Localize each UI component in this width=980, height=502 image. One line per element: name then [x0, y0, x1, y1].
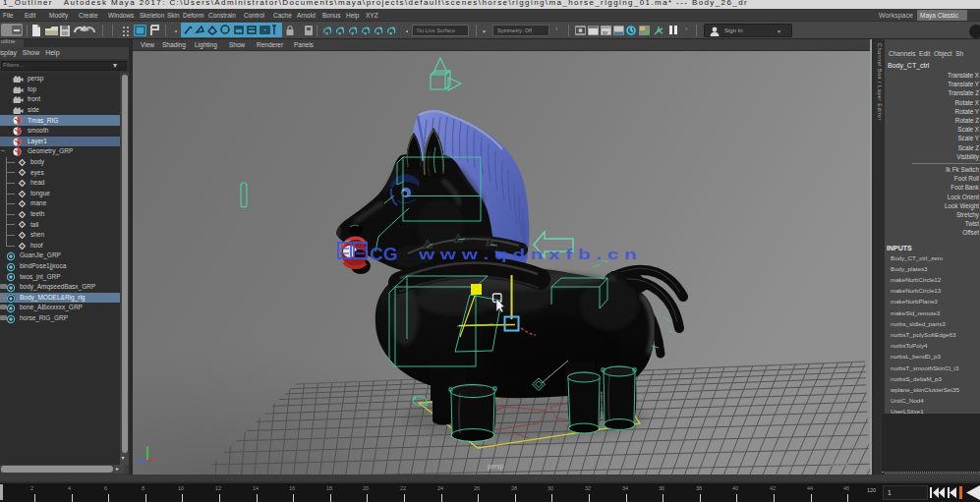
svg-text:persp: persp	[488, 463, 504, 471]
svg-text:w w w . q d n x f b . c n: w w w . q d n x f b . c n	[418, 246, 637, 262]
svg-text:ipr: ipr	[603, 29, 608, 35]
svg-text:CG: CG	[370, 244, 398, 264]
svg-text:0.9 fps: 0.9 fps	[831, 461, 848, 467]
